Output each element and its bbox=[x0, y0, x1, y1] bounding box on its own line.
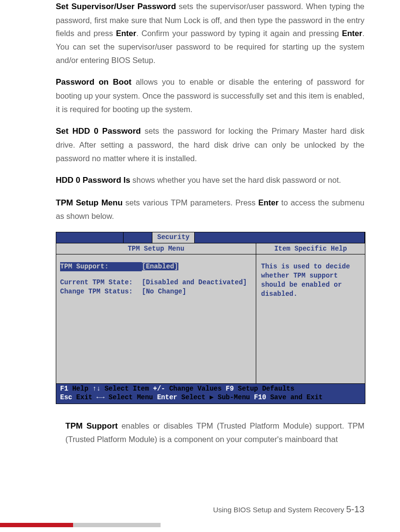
key-f10: F10 bbox=[254, 393, 266, 401]
footer-bar-gray bbox=[73, 523, 161, 527]
text: Change Values bbox=[165, 385, 225, 393]
bios-label-tpm-support: TPM Support: bbox=[60, 262, 142, 271]
bios-tab-blank bbox=[195, 232, 365, 243]
bios-tab-blank bbox=[56, 232, 124, 243]
text: Exit bbox=[72, 393, 96, 401]
bios-row-current-state: Current TPM State: [Disabled and Deactiv… bbox=[60, 278, 252, 287]
text: . Confirm your password by typing it aga… bbox=[136, 29, 342, 38]
enter-key: Enter bbox=[116, 29, 136, 38]
para-tpm-support: TPM Support enables or disables TPM (Tru… bbox=[56, 419, 364, 446]
key-f9: F9 bbox=[226, 385, 234, 393]
key-esc: Esc bbox=[60, 393, 72, 401]
key-arrows-updown: ↑↓ bbox=[92, 385, 100, 393]
para-set-supervisor-password: Set Supervisor/User Password sets the su… bbox=[56, 0, 364, 67]
footer-color-bar bbox=[0, 523, 161, 527]
bios-footer: F1 Help ↑↓ Select Item +/- Change Values… bbox=[56, 383, 365, 403]
para-hdd0-password-is: HDD 0 Password Is shows whether you have… bbox=[56, 174, 364, 188]
bios-value-tpm-support: [Enabled] bbox=[142, 262, 178, 271]
bios-subhead-title: TPM Setup Menu bbox=[56, 243, 256, 254]
text: Save and Exit bbox=[266, 393, 323, 401]
bios-body: TPM Support: [Enabled] Current TPM State… bbox=[56, 254, 365, 383]
key-enter: Enter bbox=[157, 393, 177, 401]
bios-label-current-state: Current TPM State: bbox=[60, 278, 142, 287]
bios-value-current-state: [Disabled and Deactivated] bbox=[142, 278, 247, 287]
bios-tab-blank bbox=[124, 232, 152, 243]
enter-key: Enter bbox=[342, 29, 362, 38]
bios-row-tpm-support: TPM Support: [Enabled] bbox=[60, 262, 252, 271]
heading-tpm-support: TPM Support bbox=[65, 421, 118, 431]
heading-set-hdd0: Set HDD 0 Password bbox=[56, 127, 141, 136]
bios-subheader: TPM Setup Menu Item Specific Help bbox=[56, 243, 365, 254]
bios-tab-bar: Security bbox=[56, 232, 365, 243]
bios-screenshot: Security TPM Setup Menu Item Specific He… bbox=[56, 232, 365, 404]
bios-help-pane: This is used to decide whether TPM suppo… bbox=[256, 254, 365, 383]
footer-text: Using BIOS Setup and System Recovery bbox=[213, 506, 346, 514]
bios-row-change-status: Change TPM Status: [No Change] bbox=[60, 287, 252, 296]
heading-hdd0-is: HDD 0 Password Is bbox=[56, 176, 130, 185]
key-arrows-leftright: ←→ bbox=[97, 393, 105, 401]
text: Select ▶ Sub-Menu bbox=[177, 393, 254, 401]
heading-set-supervisor: Set Supervisor/User Password bbox=[56, 2, 176, 11]
bios-value-change-status: [No Change] bbox=[142, 287, 186, 296]
enter-key: Enter bbox=[258, 198, 278, 207]
page-footer: Using BIOS Setup and System Recovery 5-1… bbox=[213, 504, 364, 515]
bios-options-pane: TPM Support: [Enabled] Current TPM State… bbox=[56, 254, 256, 383]
bios-label-change-status: Change TPM Status: bbox=[60, 287, 142, 296]
para-password-on-boot: Password on Boot allows you to enable or… bbox=[56, 76, 364, 116]
bios-subhead-help: Item Specific Help bbox=[256, 243, 365, 254]
key-plus-minus: +/- bbox=[153, 385, 165, 393]
text: Select Item bbox=[100, 385, 153, 393]
text: shows whether you have set the hard disk… bbox=[130, 176, 341, 184]
heading-password-on-boot: Password on Boot bbox=[56, 77, 131, 87]
text: Setup Defaults bbox=[234, 385, 294, 393]
para-set-hdd0-password: Set HDD 0 Password sets the password for… bbox=[56, 125, 364, 165]
text: sets various TPM parameters. Press bbox=[123, 198, 258, 207]
page-number: 5-13 bbox=[346, 504, 364, 514]
text: Select Menu bbox=[104, 393, 157, 401]
footer-bar-red bbox=[0, 523, 73, 527]
heading-tpm-setup: TPM Setup Menu bbox=[56, 198, 123, 207]
bios-tab-security: Security bbox=[152, 232, 195, 243]
text: Help bbox=[68, 385, 92, 393]
para-tpm-setup-menu: TPM Setup Menu sets various TPM paramete… bbox=[56, 196, 364, 223]
key-f1: F1 bbox=[60, 385, 68, 393]
